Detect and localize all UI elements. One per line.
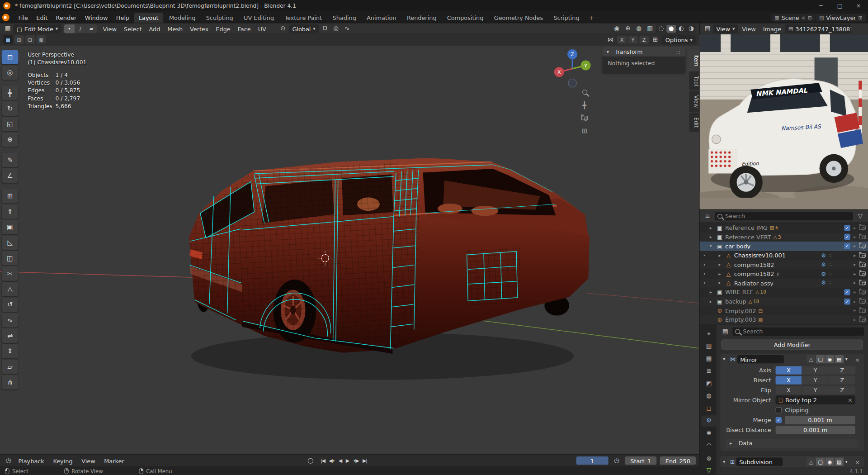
- render-visibility-icon[interactable]: [859, 235, 866, 239]
- tool-inset-faces[interactable]: ▣: [2, 220, 19, 234]
- on-cage-toggle[interactable]: △: [807, 457, 816, 466]
- flip-axis-x[interactable]: X: [776, 386, 802, 394]
- selectable-icon[interactable]: ▸: [854, 234, 856, 239]
- render-visibility-icon[interactable]: [859, 309, 866, 313]
- selection-mode-extend-icon[interactable]: ⊞: [14, 35, 24, 43]
- workspace-tab-texture-paint[interactable]: Texture Paint: [279, 13, 327, 23]
- falloff-icon[interactable]: ∿: [342, 24, 352, 33]
- selection-mode-subtract-icon[interactable]: ⊟: [25, 35, 35, 43]
- exclude-checkbox[interactable]: ✓: [844, 225, 850, 231]
- tool-transform[interactable]: ⊕: [2, 133, 19, 147]
- tool-smooth[interactable]: ∿: [2, 313, 19, 328]
- menu-edge[interactable]: Edge: [212, 24, 234, 33]
- play-reverse-button[interactable]: ◀: [339, 458, 342, 463]
- properties-tab-view-layer[interactable]: ≣: [701, 366, 716, 376]
- close-button[interactable]: ×: [849, 0, 868, 11]
- item-name[interactable]: car body: [725, 243, 750, 250]
- outliner-item-empty[interactable]: ⊕ Empty.002 ▤ ▸: [700, 306, 868, 315]
- editor-type-properties-icon[interactable]: ▤: [720, 327, 730, 336]
- exclude-checkbox[interactable]: ✓: [844, 298, 850, 304]
- tool-annotate[interactable]: ✎: [2, 153, 19, 167]
- image-menu-view[interactable]: View: [739, 24, 759, 33]
- snap-magnet-icon[interactable]: Ω: [320, 24, 330, 33]
- tool-rip-region[interactable]: ⋔: [2, 375, 19, 390]
- panel-drag-handle[interactable]: ::: [676, 49, 681, 55]
- bisect-axis-z[interactable]: Z: [829, 376, 855, 384]
- menu-view[interactable]: View: [99, 24, 120, 33]
- symmetry-z-toggle[interactable]: Z: [639, 36, 649, 43]
- expand-arrow[interactable]: ▸: [710, 290, 716, 294]
- viewport-canvas[interactable]: ⊡ ◎ ╋ ↻ ◱ ⊕ ✎ ∠ ⊞ ⇑ ▣ ◺ ◫ ✂ △ ↺ ∿: [0, 45, 699, 454]
- tool-select-box[interactable]: ⊡: [2, 50, 19, 64]
- symmetry-x-toggle[interactable]: X: [617, 36, 627, 43]
- view-layer-selector[interactable]: ▤ ViewLayer ⊞: [816, 14, 866, 22]
- editor-type-image-icon[interactable]: ▤: [703, 24, 712, 33]
- reference-image[interactable]: NMK NAMDAL Namsos Bil AS: [700, 34, 868, 209]
- new-scene-icon[interactable]: ⊞: [808, 15, 812, 20]
- maximize-button[interactable]: □: [830, 0, 849, 11]
- tool-scale[interactable]: ◱: [2, 117, 19, 131]
- properties-tab-scene[interactable]: ◩: [701, 378, 716, 389]
- snap-settings-icon[interactable]: ⊞: [651, 35, 660, 44]
- previous-keyframe-button[interactable]: ◀∙: [329, 458, 335, 463]
- workspace-tab-animation[interactable]: Animation: [362, 13, 401, 23]
- item-name[interactable]: WIRE REF: [725, 289, 753, 296]
- workspace-tab-layout[interactable]: Layout: [134, 13, 164, 23]
- gizmo-minus-z[interactable]: [568, 79, 576, 87]
- vertex-select-mode[interactable]: ∙: [64, 24, 75, 33]
- selectable-icon[interactable]: ▸: [854, 317, 856, 322]
- render-visibility-icon[interactable]: [859, 290, 866, 294]
- play-button[interactable]: ▶: [346, 458, 349, 463]
- tool-cursor[interactable]: ◎: [2, 65, 19, 80]
- add-modifier-button[interactable]: Add Modifier: [722, 340, 863, 350]
- item-name[interactable]: Empty.002: [725, 307, 756, 314]
- expand-arrow[interactable]: ▸: [710, 234, 716, 239]
- tool-loop-cut[interactable]: ◫: [2, 251, 19, 266]
- edit-mode-toggle[interactable]: ▢: [816, 355, 825, 363]
- modifier-name-field[interactable]: Subdivision: [736, 457, 783, 466]
- menu-vertex[interactable]: Vertex: [187, 24, 212, 33]
- ortho-toggle-icon[interactable]: ⊞: [582, 127, 587, 134]
- gizmo-axis-x[interactable]: X: [554, 67, 564, 77]
- collapse-icon[interactable]: ▾: [607, 49, 612, 54]
- outliner-search-input[interactable]: Search: [715, 212, 853, 220]
- bisect-axis-x[interactable]: X: [776, 376, 802, 384]
- navigation-gizmo[interactable]: Z X Y: [547, 47, 598, 91]
- menu-add[interactable]: Add: [146, 24, 164, 33]
- selectable-icon[interactable]: ▸: [854, 299, 856, 304]
- render-visibility-icon[interactable]: [859, 226, 866, 230]
- exclude-checkbox[interactable]: ✓: [844, 234, 850, 240]
- tool-measure[interactable]: ∠: [2, 168, 19, 183]
- properties-tab-modifiers[interactable]: ⚙: [701, 415, 716, 426]
- outliner-item-mesh[interactable]: • ▸ △ Radiator assy ⚙∴ ▸: [700, 278, 868, 287]
- tool-extrude-region[interactable]: ⇑: [2, 204, 19, 219]
- mirror-axis-y[interactable]: Y: [802, 366, 829, 374]
- blender-menu-icon[interactable]: [2, 14, 9, 21]
- properties-tab-particles[interactable]: ✱: [701, 428, 716, 438]
- workspace-tab-sculpting[interactable]: Sculpting: [201, 13, 238, 23]
- pan-icon[interactable]: ╋: [583, 101, 587, 109]
- outliner-item-active-collection[interactable]: ▾ ▣ car body ✓▸: [700, 242, 868, 251]
- visibility-dropdown-icon[interactable]: ◉: [612, 24, 622, 33]
- orientation-dropdown[interactable]: Global ▾: [289, 24, 319, 33]
- properties-tab-world[interactable]: ◍: [701, 390, 716, 401]
- tool-add-cube[interactable]: ⊞: [2, 189, 19, 204]
- properties-tab-tool[interactable]: ⌖: [701, 328, 716, 339]
- gizmo-axis-y[interactable]: Y: [580, 60, 590, 70]
- tool-spin[interactable]: ↺: [2, 298, 19, 312]
- item-name[interactable]: compmo1582: [734, 261, 774, 268]
- workspace-tab-compositing[interactable]: Compositing: [442, 13, 489, 23]
- image-menu-image[interactable]: Image: [760, 24, 784, 33]
- properties-tab-output[interactable]: ▤: [701, 353, 716, 364]
- item-name[interactable]: compmo1582_r: [734, 271, 779, 277]
- proportional-editing-icon[interactable]: ◎: [331, 24, 341, 33]
- sidebar-tab-item[interactable]: Item: [688, 50, 699, 71]
- extras-dropdown-icon[interactable]: ▾: [845, 357, 851, 362]
- image-datablock-selector[interactable]: ▤ 341262747_138081: [785, 24, 852, 33]
- menu-file[interactable]: File: [14, 13, 32, 23]
- selectable-icon[interactable]: ▸: [854, 262, 856, 267]
- zoom-icon[interactable]: [582, 90, 587, 95]
- item-name[interactable]: Chassisrev10.001: [734, 252, 786, 259]
- flip-axis-z[interactable]: Z: [829, 386, 855, 394]
- render-visibility-icon[interactable]: [859, 281, 866, 285]
